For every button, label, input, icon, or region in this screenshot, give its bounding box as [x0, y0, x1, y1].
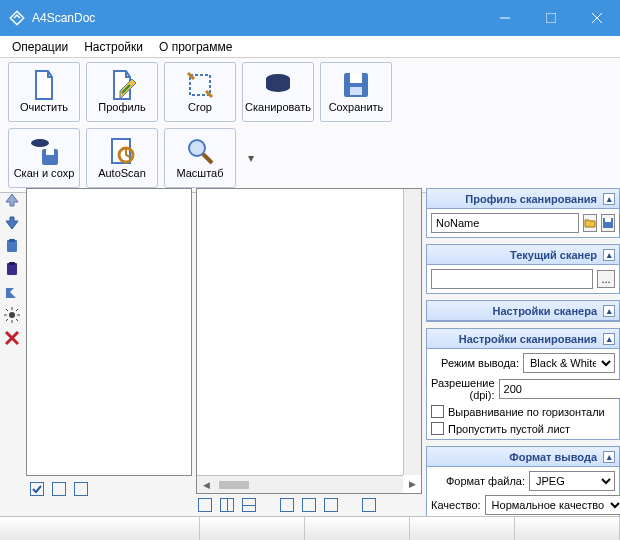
save-label: Сохранить — [329, 101, 384, 113]
svg-rect-11 — [46, 149, 54, 155]
clipboard-icon-1[interactable] — [4, 238, 20, 254]
clear-button[interactable]: Очистить — [8, 62, 80, 122]
svg-line-25 — [16, 319, 18, 321]
menu-operations[interactable]: Операции — [6, 38, 74, 56]
profile-save-button[interactable] — [601, 214, 615, 232]
scan-save-icon — [28, 137, 60, 165]
scroll-thumb[interactable] — [219, 481, 249, 489]
scanner-browse-button[interactable]: ... — [597, 270, 615, 288]
thumb-view-1[interactable] — [52, 482, 66, 496]
scroll-left-icon[interactable]: ◀ — [197, 476, 215, 494]
arrow-down-icon[interactable] — [4, 215, 20, 231]
quality-label: Качество: — [431, 499, 481, 511]
skip-blank-label: Пропустить пустой лист — [448, 423, 570, 435]
menubar: Операции Настройки О программе — [0, 36, 620, 58]
preview-tools — [196, 494, 422, 516]
rotate-icon[interactable] — [4, 284, 20, 300]
minimize-button[interactable] — [482, 0, 528, 36]
app-icon — [8, 9, 26, 27]
profile-label: Профиль — [98, 101, 146, 113]
actual-size[interactable] — [362, 498, 376, 512]
scroll-right-icon[interactable]: ▶ — [403, 475, 421, 493]
menu-about[interactable]: О программе — [153, 38, 238, 56]
thumbnails-tools — [24, 478, 192, 500]
profile-button[interactable]: Профиль — [86, 62, 158, 122]
arrow-up-icon[interactable] — [4, 192, 20, 208]
svg-rect-18 — [9, 262, 15, 265]
delete-icon[interactable] — [4, 330, 20, 346]
brightness-icon[interactable] — [4, 307, 20, 323]
align-h-checkbox[interactable] — [431, 405, 444, 418]
file-format-label: Формат файла: — [431, 475, 525, 487]
zoom-dropdown[interactable]: ▾ — [248, 128, 254, 188]
autoscan-icon — [106, 137, 138, 165]
crop-button[interactable]: Crop — [164, 62, 236, 122]
scan-button[interactable]: Сканировать — [242, 62, 314, 122]
menu-settings[interactable]: Настройки — [78, 38, 149, 56]
panel-scanner-settings-title: Настройки сканера — [493, 305, 597, 317]
panel-scan-profile: Профиль сканирования ▴ ... — [426, 188, 620, 238]
panel-current-scanner: Текущий сканер ▴ ... — [426, 244, 620, 294]
svg-rect-7 — [350, 73, 362, 83]
view-two-h[interactable] — [220, 498, 234, 512]
file-format-select[interactable]: JPEG — [529, 471, 615, 491]
zoom-button[interactable]: Масштаб — [164, 128, 236, 188]
view-two-v[interactable] — [242, 498, 256, 512]
collapse-icon[interactable]: ▴ — [603, 305, 615, 317]
save-icon — [340, 71, 372, 99]
scanner-name-input[interactable] — [431, 269, 593, 289]
save-button[interactable]: Сохранить — [320, 62, 392, 122]
panel-scanner-settings: Настройки сканера ▴ — [426, 300, 620, 322]
scan-label: Сканировать — [245, 101, 311, 113]
status-cell-4 — [410, 517, 515, 540]
profile-icon — [106, 71, 138, 99]
collapse-icon[interactable]: ▴ — [603, 193, 615, 205]
status-cell-3 — [305, 517, 410, 540]
autoscan-button[interactable]: AutoScan — [86, 128, 158, 188]
svg-line-26 — [6, 319, 8, 321]
svg-point-14 — [189, 140, 205, 156]
minimize-icon — [500, 13, 510, 23]
quality-select[interactable]: Нормальное качество — [485, 495, 620, 515]
fit-height[interactable] — [302, 498, 316, 512]
collapse-icon[interactable]: ▴ — [603, 249, 615, 261]
collapse-icon[interactable]: ▴ — [603, 451, 615, 463]
scrollbar-vertical[interactable] — [403, 189, 421, 475]
fit-width[interactable] — [280, 498, 294, 512]
scanner-icon — [262, 71, 294, 99]
resolution-input[interactable] — [499, 379, 620, 399]
collapse-icon[interactable]: ▴ — [603, 333, 615, 345]
status-cell-5 — [515, 517, 620, 540]
panel-scan-profile-title: Профиль сканирования — [465, 193, 597, 205]
autoscan-label: AutoScan — [98, 167, 146, 179]
output-mode-label: Режим вывода: — [431, 357, 519, 369]
crop-icon — [184, 71, 216, 99]
view-single[interactable] — [198, 498, 212, 512]
profile-open-button[interactable] — [583, 214, 597, 232]
maximize-icon — [546, 13, 556, 23]
panel-current-scanner-title: Текущий сканер — [510, 249, 597, 261]
fit-page[interactable] — [324, 498, 338, 512]
scan-and-save-button[interactable]: Скан и сохр — [8, 128, 80, 188]
thumb-check-all[interactable] — [30, 482, 44, 496]
skip-blank-checkbox[interactable] — [431, 422, 444, 435]
svg-line-27 — [16, 309, 18, 311]
panel-output-format-title: Формат вывода — [509, 451, 597, 463]
thumb-view-grid[interactable] — [74, 482, 88, 496]
main-area: ◀ ▶ Профиль сканирования ▴ — [0, 188, 620, 516]
align-h-label: Выравнивание по горизонтали — [448, 406, 605, 418]
statusbar — [0, 516, 620, 540]
svg-point-19 — [9, 312, 15, 318]
clipboard-icon-2[interactable] — [4, 261, 20, 277]
svg-line-24 — [6, 309, 8, 311]
svg-rect-1 — [546, 13, 556, 23]
scrollbar-horizontal[interactable]: ◀ — [197, 475, 403, 493]
profile-name-input[interactable] — [431, 213, 579, 233]
maximize-button[interactable] — [528, 0, 574, 36]
output-mode-select[interactable]: Black & White — [523, 353, 615, 373]
right-properties: Профиль сканирования ▴ ... Текущий с — [426, 188, 620, 516]
close-button[interactable] — [574, 0, 620, 36]
floppy-icon — [602, 217, 614, 229]
app-title: A4ScanDoc — [32, 11, 95, 25]
left-icon-strip — [0, 188, 24, 516]
